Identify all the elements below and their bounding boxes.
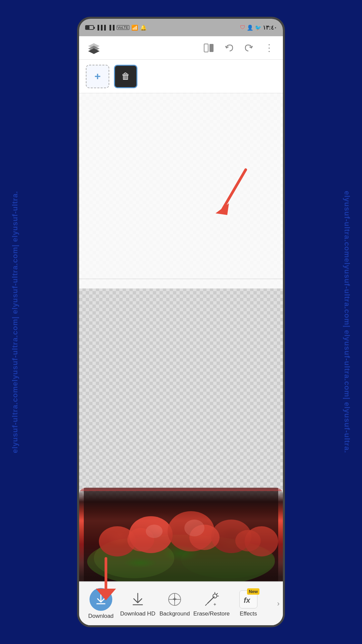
volte-icon: VoLTE	[117, 25, 129, 30]
signal-1: ▐▐▐	[96, 25, 106, 30]
more-button[interactable]: ⋮	[262, 41, 276, 55]
effects-tool[interactable]: fx New Effects	[230, 590, 267, 617]
toolbar-right: ⋮	[202, 41, 276, 55]
erase-restore-label: Erase/Restore	[193, 610, 230, 617]
trash-icon: 🗑	[121, 71, 130, 82]
download-hd-label: Download HD	[120, 610, 156, 617]
status-bar: ▐▐▐ ▐▐ VoLTE 📶 🔔 🛡 👤 🐦 ١٣:٤٠	[79, 19, 283, 36]
arrow-2	[89, 555, 123, 603]
compare-button[interactable]	[202, 41, 216, 55]
redo-button[interactable]	[242, 41, 256, 55]
add-layer-button[interactable]: +	[86, 65, 109, 88]
svg-point-18	[184, 520, 204, 536]
background-label: Background	[160, 610, 190, 617]
red-arrow-1-svg	[212, 166, 252, 220]
erase-restore-tool[interactable]: ✦ Erase/Restore	[193, 590, 230, 617]
redo-icon	[244, 43, 254, 53]
download-hd-icon	[129, 590, 147, 608]
download-hd-tool[interactable]: Download HD	[119, 590, 156, 617]
effects-label: Effects	[240, 610, 257, 617]
svg-marker-20	[216, 203, 229, 215]
wifi-icon: 📶	[131, 24, 138, 31]
app-content: ⋮ + 🗑	[79, 36, 283, 625]
svg-rect-4	[209, 44, 214, 52]
undo-button[interactable]	[222, 41, 236, 55]
svg-text:fx: fx	[244, 596, 250, 604]
compare-icon	[203, 43, 214, 53]
shield-icon: 🛡	[240, 24, 245, 31]
phone-frame: ▐▐▐ ▐▐ VoLTE 📶 🔔 🛡 👤 🐦 ١٣:٤٠	[77, 17, 285, 627]
new-badge: New	[247, 588, 259, 595]
svg-line-19	[222, 170, 246, 210]
add-layer-icon: +	[95, 70, 101, 83]
toolbar: ⋮	[79, 36, 283, 60]
battery-icon	[85, 25, 94, 30]
svg-point-16	[235, 530, 261, 551]
chevron-right-button[interactable]: ›	[277, 599, 280, 608]
layers-icon	[87, 42, 100, 54]
facebook-icon: 🐦	[255, 24, 261, 31]
toolbar-left	[86, 40, 102, 56]
mute-icon: 🔔	[140, 24, 147, 31]
erase-restore-icon: ✦	[202, 590, 221, 608]
download-label: Download	[88, 613, 114, 620]
background-icon-svg: +	[167, 592, 182, 607]
svg-text:✦: ✦	[213, 602, 217, 607]
effects-icon-wrap: fx New	[239, 590, 257, 608]
background-icon: +	[166, 590, 184, 608]
layers-button[interactable]	[86, 40, 102, 56]
layer-thumbnail[interactable]: 🗑	[114, 65, 137, 88]
watermark-left: elyusuf-ultra.comelyusuf-ultra.com| elyu…	[0, 0, 30, 644]
svg-point-17	[146, 525, 163, 538]
layers-panel: + 🗑	[79, 60, 283, 93]
user-icon: 👤	[247, 24, 253, 31]
erase-restore-icon-svg: ✦	[204, 592, 219, 607]
undo-icon	[224, 43, 234, 53]
svg-marker-22	[96, 589, 116, 600]
status-left: ▐▐▐ ▐▐ VoLTE 📶 🔔	[85, 24, 147, 31]
signal-2: ▐▐	[108, 25, 115, 30]
background-tool[interactable]: + Background	[156, 590, 193, 617]
canvas-area[interactable]	[79, 93, 283, 582]
arrow-1	[212, 166, 252, 221]
watermark-right: elyusuf-ultra.comelyusuf-ultra.com| elyu…	[332, 0, 362, 644]
status-right: 🛡 👤 🐦 ١٣:٤٠	[240, 24, 277, 31]
red-arrow-2-svg	[89, 555, 123, 602]
svg-line-36	[205, 604, 207, 605]
flower-image-area	[79, 264, 283, 582]
svg-text:+: +	[173, 595, 177, 603]
time-display: ١٣:٤٠	[263, 24, 277, 31]
svg-line-33	[216, 593, 218, 595]
download-hd-icon-svg	[130, 592, 145, 607]
svg-rect-3	[204, 44, 208, 52]
